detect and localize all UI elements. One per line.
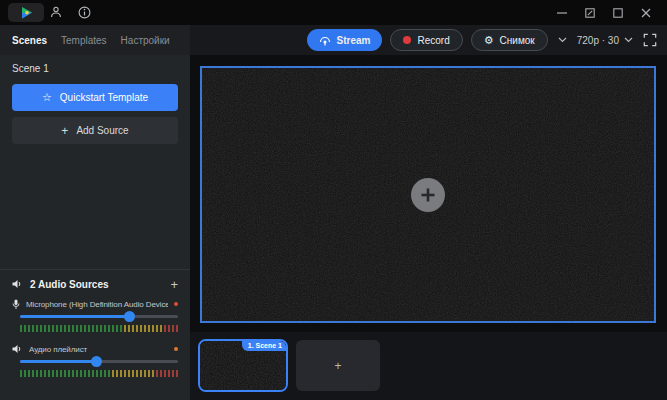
scene-title: Scene 1 xyxy=(12,63,49,74)
audio-source-name: Microphone (High Definition Audio Device… xyxy=(26,300,168,309)
add-source-label: Add Source xyxy=(76,125,128,136)
audio-sources-header: 2 Audio Sources + xyxy=(12,276,178,292)
tab-scenes[interactable]: Scenes xyxy=(12,35,47,46)
info-icon xyxy=(78,6,91,19)
record-dot-icon xyxy=(403,36,411,44)
toolbar: Stream Record ⚙ Снимок 720p · 30 xyxy=(190,25,667,55)
video-preview[interactable] xyxy=(200,66,656,323)
tab-templates[interactable]: Templates xyxy=(61,35,107,46)
status-dot xyxy=(174,347,178,351)
volume-slider[interactable] xyxy=(20,356,178,367)
status-dot xyxy=(174,302,178,306)
info-button[interactable] xyxy=(76,4,92,20)
tab-settings[interactable]: Настройки xyxy=(121,35,170,46)
person-icon xyxy=(50,6,62,18)
audio-sources-label: 2 Audio Sources xyxy=(30,279,163,290)
close-icon xyxy=(641,8,651,18)
minimize-button[interactable] xyxy=(550,0,574,25)
add-scene-button[interactable]: + xyxy=(296,340,380,391)
audio-source-row[interactable]: Аудио плейлист xyxy=(12,343,178,355)
sidebar: Scene 1 ☆ Quickstart Template + Add Sour… xyxy=(0,55,190,400)
slider-fill xyxy=(20,360,96,363)
tab-bar: Scenes Templates Настройки xyxy=(0,25,190,55)
broadcast-icon xyxy=(319,35,331,46)
audio-section-divider xyxy=(0,269,190,270)
minimize-icon xyxy=(557,8,567,18)
close-button[interactable] xyxy=(634,0,658,25)
chevron-down-icon xyxy=(624,37,633,43)
quickstart-label: Quickstart Template xyxy=(60,92,148,103)
snapshot-dropdown-button[interactable] xyxy=(556,35,569,45)
maximize-icon xyxy=(613,8,623,18)
plus-icon xyxy=(420,187,436,203)
stream-button[interactable]: Stream xyxy=(307,29,383,51)
app-logo-button[interactable] xyxy=(8,3,44,22)
fullscreen-button[interactable] xyxy=(641,31,659,49)
speaker-icon xyxy=(12,344,23,354)
dock-restore-icon xyxy=(585,8,595,18)
audio-level-meter xyxy=(20,325,182,332)
main-area: 1. Scene 1 + xyxy=(190,55,667,400)
star-icon: ☆ xyxy=(42,91,52,104)
maximize-button[interactable] xyxy=(606,0,630,25)
gear-icon: ⚙ xyxy=(484,34,494,47)
chevron-down-icon xyxy=(558,37,567,43)
app-logo-icon xyxy=(19,6,34,20)
audio-source-row[interactable]: Microphone (High Definition Audio Device… xyxy=(12,298,178,310)
slider-fill xyxy=(20,315,129,318)
plus-icon: + xyxy=(61,124,68,138)
resolution-dropdown[interactable]: 720p · 30 xyxy=(577,35,633,46)
plus-icon: + xyxy=(334,359,341,373)
quickstart-template-button[interactable]: ☆ Quickstart Template xyxy=(12,84,178,111)
record-label: Record xyxy=(417,35,449,46)
account-button[interactable] xyxy=(48,4,64,20)
add-audio-source-button[interactable]: + xyxy=(170,278,178,291)
fullscreen-icon xyxy=(643,33,657,47)
app-window: Scenes Templates Настройки Stream Record… xyxy=(0,0,667,400)
dock-restore-button[interactable] xyxy=(578,0,602,25)
record-button[interactable]: Record xyxy=(390,29,462,51)
speaker-icon xyxy=(12,279,23,289)
resolution-value: 720p · 30 xyxy=(577,35,619,46)
add-source-button[interactable]: + Add Source xyxy=(12,117,178,144)
slider-thumb[interactable] xyxy=(91,356,102,367)
snapshot-label: Снимок xyxy=(500,35,535,46)
slider-thumb[interactable] xyxy=(124,311,135,322)
stream-label: Stream xyxy=(337,35,371,46)
scene-thumbnail-active[interactable]: 1. Scene 1 xyxy=(198,339,288,392)
titlebar xyxy=(0,0,667,25)
audio-level-meter xyxy=(20,370,182,377)
volume-slider[interactable] xyxy=(20,311,178,322)
add-source-center-button[interactable] xyxy=(411,178,445,212)
scene-thumbnail-badge: 1. Scene 1 xyxy=(242,340,287,351)
microphone-icon xyxy=(12,299,20,310)
audio-source-name: Аудио плейлист xyxy=(29,345,168,354)
snapshot-button[interactable]: ⚙ Снимок xyxy=(471,29,548,51)
